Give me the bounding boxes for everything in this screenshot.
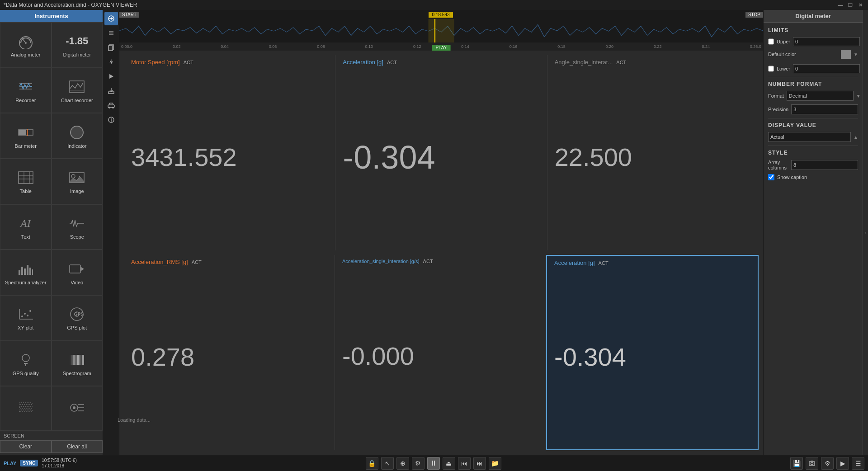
lock-btn[interactable]: 🔒 [366,457,378,470]
array-columns-input[interactable] [791,160,858,170]
precision-input[interactable] [791,104,858,114]
timeline-top: START 0:18.593 STOP [119,10,763,19]
cursor-btn[interactable]: ↖ [381,457,394,470]
limits-section-title: LIMITS [768,27,858,33]
default-color-arrow[interactable]: ▼ [854,52,858,57]
display-value-arrow[interactable]: ▲ [854,135,858,140]
spectrogram-label: Spectrogram [63,371,91,376]
upper-limit-checkbox[interactable] [768,38,774,45]
svg-marker-65 [109,59,113,65]
tool-play-btn[interactable] [104,70,118,83]
svg-point-33 [27,315,28,316]
chart-recorder-icon [68,78,86,96]
settings2-btn[interactable]: ⚙ [412,457,425,470]
upper-limit-input[interactable] [793,37,860,46]
svg-rect-27 [70,265,80,273]
meter-channel-acc-rms: Acceleration_RMS [g] [131,259,188,265]
meter-cell-acc-selected[interactable]: Acceleration [g] ACT -0.304 [546,255,759,450]
svg-rect-77 [429,19,454,42]
format-arrow[interactable]: ▼ [856,94,861,99]
meter-header-acc-selected: Acceleration [g] ACT [554,259,750,266]
meter-act-acc-rms: ACT [192,259,202,265]
svg-marker-66 [109,74,113,79]
sidebar-item-bar-meter[interactable]: Bar meter [0,113,52,159]
meter-channel-acc-selected: Acceleration [g] [554,259,595,266]
sidebar-item-xy-plot[interactable]: XY plot [0,295,52,341]
meter-cell-acc-rms[interactable]: Acceleration_RMS [g] ACT 0.278 [124,255,335,450]
gps-quality-label: GPS quality [13,371,39,376]
sidebar-item-spectrum-analyzer[interactable]: Spectrum analyzer [0,250,52,295]
recorder-label: Recorder [15,98,36,103]
sidebar-item-recorder[interactable]: Recorder [0,68,52,113]
screen-buttons: Clear Clear all [0,440,103,453]
svg-rect-51 [19,410,32,412]
tool-info-btn[interactable] [104,113,118,127]
save-btn[interactable]: 💾 [790,457,803,470]
sidebar-item-chart-recorder[interactable]: Chart recorder [52,68,103,113]
sidebar-item-gps-plot[interactable]: GPS GPS plot [52,295,103,341]
lower-limit-checkbox[interactable] [768,66,774,72]
sidebar-item-image[interactable]: Image [52,159,103,204]
play-label: PLAY [432,45,451,51]
lower-limit-input[interactable] [793,64,860,73]
display-value-input[interactable] [768,132,851,142]
meter-channel-motor-speed: Motor Speed [rpm] [131,59,180,66]
svg-point-70 [108,107,110,108]
meter-cell-acc-single[interactable]: Acceleration_single_interation [g/s] ACT… [335,255,546,450]
sidebar-item-spectrogram[interactable]: Spectrogram [52,341,103,386]
sidebar-item-gps-quality[interactable]: GPS quality [0,341,52,386]
sidebar-item-indicator[interactable]: Indicator [52,113,103,159]
sidebar-item-scope[interactable]: Scope [52,204,103,250]
format-row: Format ▼ [768,91,858,101]
start-button[interactable]: START [119,12,139,18]
loading-text: Loading data... [119,415,151,424]
svg-point-11 [71,126,83,139]
tool-car-btn[interactable] [104,99,118,112]
sidebar-item-text[interactable]: AI Text [0,204,52,250]
analog-meter-icon [17,32,35,50]
next-btn[interactable]: ⏭ [473,457,486,470]
sidebar-item-video[interactable]: Video [52,250,103,295]
stop-button[interactable]: STOP [745,12,763,18]
clear-all-button[interactable]: Clear all [52,440,103,453]
menu-btn[interactable]: ☰ [852,457,864,470]
prev-btn[interactable]: ⏮ [458,457,471,470]
sidebar-item-analog-meter[interactable]: Analog meter [0,22,52,68]
tool-list-btn[interactable] [104,26,118,40]
default-color-swatch[interactable] [841,50,851,59]
right-collapse-handle[interactable]: › [863,10,868,455]
sidebar-item-extra2[interactable] [52,386,103,431]
screenshot-btn[interactable] [806,457,818,470]
svg-rect-46 [79,355,80,365]
xy-plot-label: XY plot [18,325,33,330]
folder-btn[interactable]: 📁 [489,457,501,470]
image-label: Image [70,188,84,194]
tool-copy-btn[interactable] [104,41,118,54]
close-button[interactable]: ✕ [856,1,864,9]
format-input[interactable] [787,91,854,101]
config-btn[interactable]: ⚙ [821,457,834,470]
show-caption-checkbox[interactable] [768,174,774,180]
sidebar-item-extra1[interactable] [0,386,52,431]
titlebar: *Data Motor and Acceleration.dmd - OXYGE… [0,0,868,10]
meter-cell-acceleration[interactable]: Acceleration [g] ACT -0.304 [335,55,547,250]
sidebar-item-digital-meter[interactable]: -1.85 Digital meter [52,22,103,68]
eject-btn[interactable]: ⏏ [443,457,455,470]
meter-cell-angle[interactable]: Angle_single_interat... ACT 22.500 [547,55,759,250]
svg-rect-25 [29,268,31,275]
spectrum-analyzer-label: Spectrum analyzer [5,280,47,285]
play-forward-btn[interactable]: ▶ [836,457,849,470]
sidebar-item-table[interactable]: Table [0,159,52,204]
transform-btn[interactable]: ⊕ [396,457,409,470]
extra2-icon [68,399,86,417]
restore-button[interactable]: ❐ [846,1,854,9]
tool-flash-btn[interactable] [104,55,118,69]
tool-export-btn[interactable] [104,84,118,98]
clear-button[interactable]: Clear [0,440,52,453]
waveform-container[interactable] [119,19,763,42]
play-pause-btn[interactable]: ⏸ [427,457,440,470]
tool-select-btn[interactable] [104,12,118,25]
meter-cell-motor-speed[interactable]: Motor Speed [rpm] ACT 3431.552 [124,55,335,250]
video-icon [68,260,86,278]
minimize-button[interactable]: — [836,1,844,9]
